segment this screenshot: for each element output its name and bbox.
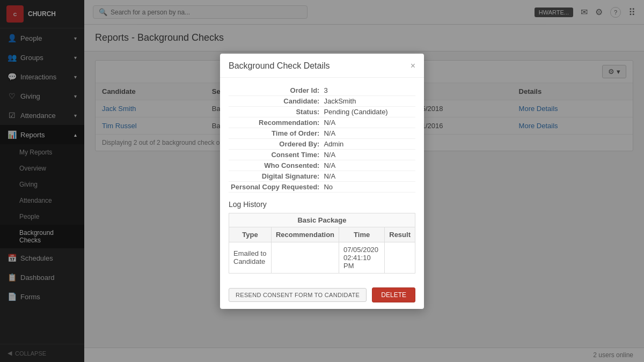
log-col-time: Time	[339, 227, 385, 242]
detail-row-candidate: Candidate: JackSmith	[229, 95, 415, 106]
detail-row-consent-time: Consent Time: N/A	[229, 149, 415, 160]
time-of-order-value: N/A	[321, 128, 415, 138]
detail-row-status: Status: Pending (Candidate)	[229, 106, 415, 117]
background-check-details-modal: Background Check Details × Order Id: 3 C…	[220, 54, 424, 309]
log-col-result: Result	[385, 227, 415, 242]
personal-copy-label: Personal Copy Requested:	[229, 181, 321, 192]
candidate-label: Candidate:	[229, 95, 321, 106]
log-package-header-row: Basic Package	[229, 213, 415, 227]
personal-copy-value: No	[321, 181, 415, 192]
detail-row-recommendation: Recommendation: N/A	[229, 117, 415, 128]
log-time-cell: 07/05/2020 02:41:10 PM	[339, 242, 385, 273]
detail-fields-table: Order Id: 3 Candidate: JackSmith Status:…	[229, 85, 415, 193]
log-row: Emailed to Candidate 07/05/2020 02:41:10…	[229, 242, 415, 273]
log-columns-row: Type Recommendation Time Result	[229, 227, 415, 242]
detail-row-digital-signature: Digital Signature: N/A	[229, 171, 415, 181]
log-col-type: Type	[229, 227, 272, 242]
recommendation-label: Recommendation:	[229, 117, 321, 128]
log-history-title: Log History	[229, 200, 415, 209]
modal-overlay[interactable]: Background Check Details × Order Id: 3 C…	[0, 0, 644, 362]
modal-header: Background Check Details ×	[220, 54, 424, 78]
log-history-section: Log History Basic Package Type Recommend…	[229, 200, 415, 274]
recommendation-value: N/A	[321, 117, 415, 128]
consent-time-label: Consent Time:	[229, 149, 321, 160]
log-package-name: Basic Package	[229, 213, 415, 227]
log-type-cell: Emailed to Candidate	[229, 242, 272, 273]
who-consented-label: Who Consented:	[229, 160, 321, 171]
digital-signature-value: N/A	[321, 171, 415, 181]
log-history-table: Basic Package Type Recommendation Time R…	[229, 213, 415, 274]
order-id-label: Order Id:	[229, 85, 321, 96]
delete-button[interactable]: DELETE	[372, 287, 415, 302]
digital-signature-label: Digital Signature:	[229, 171, 321, 181]
who-consented-value: N/A	[321, 160, 415, 171]
consent-time-value: N/A	[321, 149, 415, 160]
detail-row-time-of-order: Time of Order: N/A	[229, 128, 415, 138]
modal-footer: RESEND CONSENT FORM TO CANDIDATE DELETE	[220, 281, 424, 309]
ordered-by-label: Ordered By:	[229, 138, 321, 149]
log-result-cell	[385, 242, 415, 273]
modal-close-button[interactable]: ×	[411, 62, 415, 70]
detail-row-personal-copy: Personal Copy Requested: No	[229, 181, 415, 192]
status-label: Status:	[229, 106, 321, 117]
candidate-value: JackSmith	[321, 95, 415, 106]
order-id-value: 3	[321, 85, 415, 96]
log-col-recommendation: Recommendation	[271, 227, 339, 242]
status-value: Pending (Candidate)	[321, 106, 415, 117]
detail-row-ordered-by: Ordered By: Admin	[229, 138, 415, 149]
detail-row-order-id: Order Id: 3	[229, 85, 415, 96]
time-of-order-label: Time of Order:	[229, 128, 321, 138]
ordered-by-value: Admin	[321, 138, 415, 149]
detail-row-who-consented: Who Consented: N/A	[229, 160, 415, 171]
resend-consent-button[interactable]: RESEND CONSENT FORM TO CANDIDATE	[229, 288, 367, 302]
log-recommendation-cell	[271, 242, 339, 273]
modal-body: Order Id: 3 Candidate: JackSmith Status:…	[220, 78, 424, 281]
modal-title: Background Check Details	[229, 61, 330, 71]
